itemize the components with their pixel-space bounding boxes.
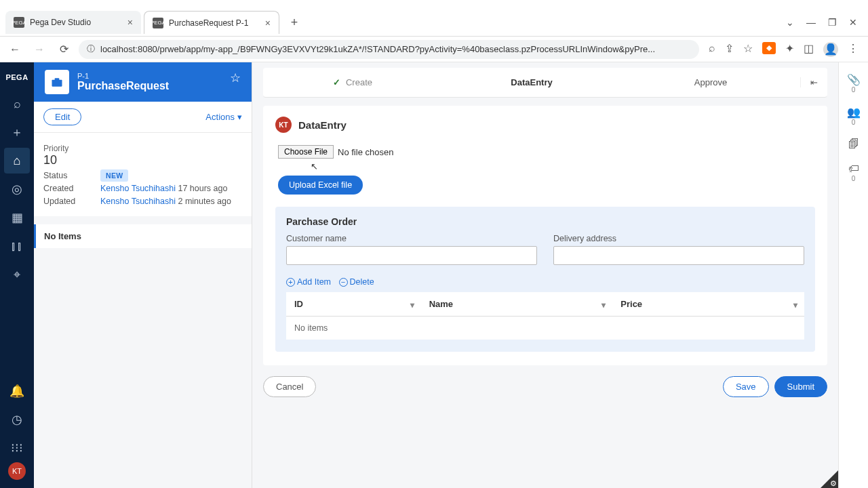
extensions-icon[interactable]: ✦ — [785, 42, 794, 57]
svg-rect-1 — [55, 78, 60, 80]
globe-icon[interactable]: ◎ — [4, 176, 30, 202]
extension-icon[interactable]: ◆ — [762, 42, 776, 54]
related-icon[interactable]: 🗐 — [848, 138, 859, 150]
minus-icon: − — [339, 278, 348, 287]
tags-icon[interactable]: 🏷0 — [848, 163, 859, 182]
back-button[interactable]: ← — [5, 40, 24, 59]
chevron-down-icon: ▾ — [237, 112, 242, 122]
profile-avatar[interactable]: 👤 — [823, 42, 838, 57]
table-empty-message: No items — [286, 317, 804, 340]
notifications-icon[interactable]: 🔔 — [4, 378, 30, 404]
browser-tab-2[interactable]: PEGA PurchaseRequest P-1 × — [144, 11, 279, 34]
settings-corner-icon[interactable] — [821, 470, 838, 488]
status-label: Status — [43, 171, 94, 180]
created-by-link[interactable]: Kensho Tsuchihashi — [100, 184, 176, 193]
tab-favicon: PEGA — [14, 17, 24, 28]
site-info-icon[interactable]: ⓘ — [87, 43, 95, 55]
case-id: P-1 — [77, 72, 169, 80]
assignment-title: DataEntry — [298, 119, 347, 131]
priority-value: 10 — [43, 153, 242, 167]
minimize-icon[interactable]: — — [806, 17, 816, 28]
user-avatar[interactable]: KT — [8, 462, 26, 480]
filter-icon[interactable]: ▾ — [410, 300, 414, 310]
stage-create[interactable]: Create — [263, 77, 442, 87]
reports-icon[interactable]: ⫿⫿ — [4, 233, 30, 259]
col-name[interactable]: Name▾ — [421, 292, 613, 317]
edit-button[interactable]: Edit — [43, 108, 81, 125]
delete-link[interactable]: −Delete — [339, 277, 374, 287]
search-icon[interactable]: ⌕ — [709, 42, 715, 57]
new-tab-button[interactable]: + — [285, 13, 304, 32]
purchase-order-section: Parchase Order Customer name Delivery ad… — [275, 207, 815, 352]
case-type-icon — [45, 70, 69, 94]
browser-tab-1[interactable]: PEGA Pega Dev Studio × — [5, 11, 141, 34]
save-button[interactable]: Save — [723, 376, 769, 397]
choose-file-button[interactable]: Choose File — [278, 145, 334, 159]
created-ago: 17 hours ago — [178, 184, 227, 193]
case-summary-panel: P-1 PurchaseRequest ☆ Edit Actions ▾ Pri… — [34, 62, 252, 488]
submit-button[interactable]: Submit — [774, 376, 827, 397]
updated-by-link[interactable]: Kensho Tsuchihashi — [100, 197, 176, 206]
url-text: localhost:8080/prweb/app/my-app_/B9FWNGy… — [100, 44, 655, 54]
browser-tab-strip: PEGA Pega Dev Studio × PEGA PurchaseRequ… — [0, 0, 868, 37]
recents-icon[interactable]: ◷ — [4, 407, 30, 432]
cursor-icon: ↖ — [311, 161, 318, 171]
stage-collapse-icon[interactable]: ⇤ — [800, 77, 827, 87]
star-icon[interactable]: ☆ — [743, 42, 753, 57]
filter-icon[interactable]: ▾ — [601, 300, 606, 310]
app-launcher-icon[interactable]: ⁝⁝⁝ — [4, 435, 30, 461]
maximize-icon[interactable]: ❐ — [828, 17, 837, 28]
address-bar: ← → ⟳ ⓘ localhost:8080/prweb/app/my-app_… — [0, 37, 868, 62]
updated-label: Updated — [43, 197, 94, 206]
case-header: P-1 PurchaseRequest ☆ — [34, 62, 252, 102]
assignment-avatar: KT — [275, 117, 292, 133]
delivery-address-input[interactable] — [553, 246, 804, 265]
created-label: Created — [43, 184, 94, 193]
stage-approve[interactable]: Approve — [621, 77, 800, 87]
apps-icon[interactable]: ▦ — [4, 205, 30, 230]
favorite-star-icon[interactable]: ☆ — [230, 70, 241, 85]
col-price[interactable]: Price▾ — [612, 292, 804, 317]
case-name: PurchaseRequest — [77, 80, 169, 92]
delivery-address-label: Delivery address — [553, 234, 804, 243]
stage-chevron: Create DataEntry Approve ⇤ — [263, 68, 827, 98]
kebab-menu-icon[interactable]: ⋮ — [848, 42, 859, 57]
actions-menu[interactable]: Actions ▾ — [205, 112, 242, 122]
create-icon[interactable]: ＋ — [4, 119, 30, 145]
upload-excel-button[interactable]: Upload Excel file — [278, 176, 363, 195]
form-action-bar: Cancel Save Submit — [263, 376, 827, 397]
po-heading: Parchase Order — [286, 216, 804, 227]
sidebar-tab-no-items[interactable]: No Items — [34, 224, 252, 248]
utility-rail: 📎0 👥0 🗐 🏷0 — [838, 62, 868, 488]
window-controls: ⌄ — ❐ ✕ — [786, 17, 868, 36]
search-icon[interactable]: ⌕ — [4, 91, 30, 117]
reload-button[interactable]: ⟳ — [54, 40, 73, 59]
attachments-icon[interactable]: 📎0 — [847, 73, 861, 94]
close-icon[interactable]: × — [127, 17, 133, 28]
assignment-card: KT DataEntry Choose File No file chosen … — [263, 106, 827, 365]
customer-name-label: Customer name — [286, 234, 537, 243]
url-input[interactable]: ⓘ localhost:8080/prweb/app/my-app_/B9FWN… — [79, 40, 699, 59]
plus-icon: + — [286, 278, 295, 287]
actions-label: Actions — [205, 112, 235, 122]
customer-name-input[interactable] — [286, 246, 537, 265]
filter-icon[interactable]: ▾ — [793, 300, 797, 310]
followers-icon[interactable]: 👥0 — [847, 106, 861, 126]
share-icon[interactable]: ⇪ — [725, 42, 734, 57]
home-icon[interactable]: ⌂ — [4, 148, 30, 174]
status-badge: NEW — [100, 169, 128, 182]
cancel-button[interactable]: Cancel — [263, 376, 316, 397]
chevron-down-icon[interactable]: ⌄ — [786, 17, 794, 28]
stage-dataentry[interactable]: DataEntry — [442, 77, 621, 87]
side-panel-icon[interactable]: ◫ — [804, 42, 814, 57]
left-nav-rail: PEGA ⌕ ＋ ⌂ ◎ ▦ ⫿⫿ ⌖ 🔔 ◷ ⁝⁝⁝ KT — [0, 62, 34, 488]
updated-ago: 2 minutes ago — [178, 197, 231, 206]
close-window-icon[interactable]: ✕ — [849, 17, 857, 28]
col-id[interactable]: ID▾ — [286, 292, 421, 317]
svg-rect-0 — [52, 80, 62, 87]
tab-title: Pega Dev Studio — [30, 18, 122, 27]
explore-icon[interactable]: ⌖ — [4, 262, 30, 287]
forward-button[interactable]: → — [30, 40, 49, 59]
add-item-link[interactable]: +Add Item — [286, 277, 331, 287]
close-icon[interactable]: × — [265, 18, 271, 28]
